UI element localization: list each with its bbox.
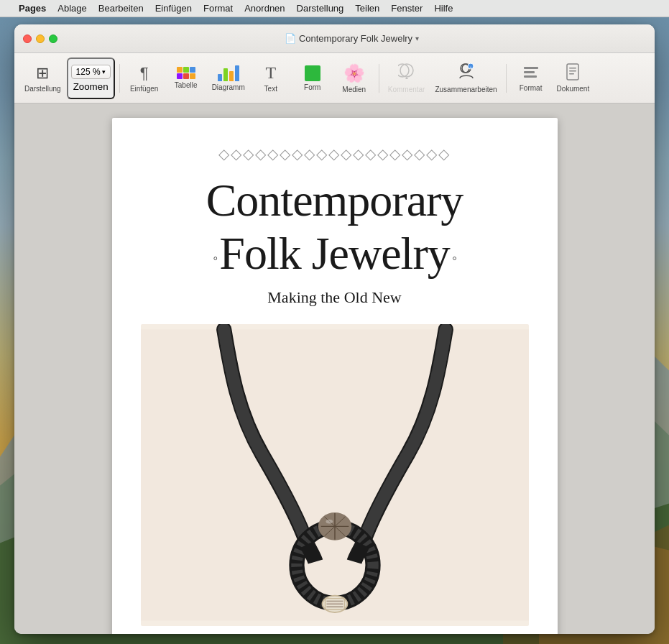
toolbar-separator-2 — [379, 64, 379, 93]
menubar-teilen[interactable]: Teilen — [349, 0, 385, 17]
darstellung-label: Darstellung — [24, 85, 61, 93]
toolbar-zusammenarbeiten-button[interactable]: + Zusammenarbeiten — [430, 58, 501, 99]
toolbar-format-button[interactable]: Format — [511, 58, 551, 99]
title-bar: 📄 Contemporary Folk Jewelry ▾ — [14, 24, 655, 53]
svg-rect-29 — [569, 73, 574, 75]
darstellung-icon: ⊞ — [36, 64, 49, 83]
form-icon — [305, 65, 320, 81]
svg-rect-25 — [524, 75, 537, 78]
zoom-display: 125 % ▾ — [71, 65, 111, 79]
title-chevron-icon[interactable]: ▾ — [415, 34, 419, 42]
svg-point-38 — [326, 520, 333, 524]
title-line2: Folk Jewelry — [219, 228, 449, 279]
dokument-icon — [566, 63, 580, 83]
dokument-label: Dokument — [557, 85, 590, 93]
svg-rect-27 — [569, 68, 576, 69]
kommentar-label: Kommentar — [388, 86, 425, 93]
toolbar: ⊞ Darstellung 125 % ▾ Zoomen ¶ Einfügen — [14, 53, 655, 104]
toolbar-text-button[interactable]: T Text — [251, 58, 291, 99]
menubar-pages[interactable]: Pages — [13, 0, 52, 17]
toolbar-separator-1 — [119, 64, 120, 93]
menubar-format[interactable]: Format — [198, 0, 239, 17]
zoom-value: 125 % — [76, 67, 101, 77]
zoom-label: Zoomen — [73, 81, 109, 92]
menubar: Pages Ablage Bearbeiten Einfügen Format … — [0, 0, 669, 17]
svg-rect-24 — [524, 71, 535, 73]
toolbar-medien-button[interactable]: 🌸 Medien — [334, 58, 374, 99]
document-icon: 📄 — [285, 33, 296, 44]
toolbar-dokument-button[interactable]: Dokument — [553, 58, 594, 99]
close-button[interactable] — [23, 34, 32, 43]
svg-rect-28 — [569, 70, 576, 72]
einfuegen-icon: ¶ — [140, 64, 149, 83]
zusammenarbeiten-icon: + — [457, 63, 476, 83]
toolbar-form-button[interactable]: Form — [292, 58, 333, 99]
toolbar-kommentar-button[interactable]: Kommentar — [384, 58, 430, 99]
text-label: Text — [264, 85, 277, 93]
tabelle-icon — [177, 67, 195, 79]
toolbar-darstellung-button[interactable]: ⊞ Darstellung — [20, 58, 65, 99]
kommentar-icon — [398, 63, 415, 83]
window-title: Contemporary Folk Jewelry — [299, 33, 412, 44]
menubar-anordnen[interactable]: Anordnen — [239, 0, 290, 17]
document-page[interactable]: ◇◇◇◇◇◇◇◇◇◇◇◇◇◇◇◇◇◇◇ Contemporary ◦ Folk … — [112, 118, 558, 634]
menubar-darstellung[interactable]: Darstellung — [291, 0, 350, 17]
toolbar-tabelle-button[interactable]: Tabelle — [166, 58, 206, 99]
medien-icon: 🌸 — [343, 63, 365, 83]
minimize-button[interactable] — [36, 34, 45, 43]
menubar-einfuegen[interactable]: Einfügen — [149, 0, 198, 17]
svg-text:+: + — [469, 65, 472, 69]
pages-window: 📄 Contemporary Folk Jewelry ▾ ⊞ Darstell… — [14, 24, 655, 634]
title-bar-center: 📄 Contemporary Folk Jewelry ▾ — [57, 33, 646, 44]
page-decoration: ◇◇◇◇◇◇◇◇◇◇◇◇◇◇◇◇◇◇◇ — [218, 145, 451, 162]
menubar-ablage[interactable]: Ablage — [52, 0, 92, 17]
form-label: Form — [304, 83, 320, 91]
title-decorator-right: ◦ — [450, 251, 456, 265]
medien-label: Medien — [342, 86, 366, 93]
necklace-illustration — [141, 324, 529, 626]
zusammenarbeiten-label: Zusammenarbeiten — [435, 86, 497, 93]
text-icon: T — [265, 63, 276, 83]
diagramm-label: Diagramm — [212, 83, 245, 91]
svg-rect-30 — [141, 330, 529, 621]
document-area: ◇◇◇◇◇◇◇◇◇◇◇◇◇◇◇◇◇◇◇ Contemporary ◦ Folk … — [14, 104, 655, 634]
toolbar-diagramm-button[interactable]: Diagramm — [208, 58, 249, 99]
jewelry-image — [141, 324, 529, 626]
format-icon — [522, 64, 540, 82]
maximize-button[interactable] — [49, 34, 57, 43]
page-subtitle[interactable]: Making the Old New — [267, 288, 401, 307]
tabelle-label: Tabelle — [175, 81, 198, 89]
toolbar-separator-3 — [506, 64, 507, 93]
toolbar-einfuegen-button[interactable]: ¶ Einfügen — [124, 58, 165, 99]
page-title[interactable]: Contemporary ◦ Folk Jewelry ◦ — [206, 174, 463, 280]
title-line1: Contemporary — [206, 175, 463, 226]
diagramm-icon — [218, 65, 239, 81]
title-decorator-left: ◦ — [213, 251, 219, 265]
traffic-lights — [23, 34, 57, 43]
menubar-bearbeiten[interactable]: Bearbeiten — [93, 0, 149, 17]
toolbar-zoom-button[interactable]: 125 % ▾ Zoomen — [67, 58, 115, 99]
menubar-hilfe[interactable]: Hilfe — [428, 0, 458, 17]
svg-rect-26 — [567, 64, 578, 80]
zoom-chevron-icon: ▾ — [102, 68, 106, 75]
svg-rect-23 — [524, 67, 538, 69]
menubar-fenster[interactable]: Fenster — [385, 0, 428, 17]
format-label: Format — [520, 84, 543, 92]
einfuegen-label: Einfügen — [130, 85, 158, 93]
